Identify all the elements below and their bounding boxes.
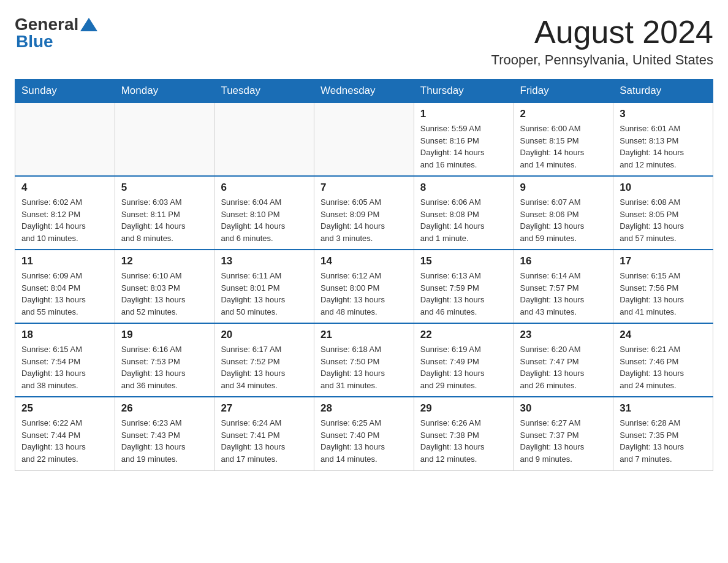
day-number: 19 xyxy=(121,329,208,341)
day-number: 11 xyxy=(21,255,108,267)
calendar-cell: 1Sunrise: 5:59 AM Sunset: 8:16 PM Daylig… xyxy=(414,102,514,176)
day-number: 8 xyxy=(420,182,507,194)
calendar-cell xyxy=(115,102,214,176)
day-header-monday: Monday xyxy=(115,80,214,103)
calendar-cell xyxy=(314,102,414,176)
day-sun-info: Sunrise: 6:03 AM Sunset: 8:11 PM Dayligh… xyxy=(121,196,208,244)
day-sun-info: Sunrise: 6:18 AM Sunset: 7:50 PM Dayligh… xyxy=(320,343,408,391)
calendar-cell: 26Sunrise: 6:23 AM Sunset: 7:43 PM Dayli… xyxy=(115,397,214,470)
calendar-cell: 14Sunrise: 6:12 AM Sunset: 8:00 PM Dayli… xyxy=(314,250,414,323)
calendar-cell: 8Sunrise: 6:06 AM Sunset: 8:08 PM Daylig… xyxy=(414,176,514,250)
day-sun-info: Sunrise: 6:16 AM Sunset: 7:53 PM Dayligh… xyxy=(121,343,208,391)
day-number: 2 xyxy=(520,108,607,120)
day-number: 22 xyxy=(420,329,507,341)
day-header-friday: Friday xyxy=(514,80,613,103)
day-number: 30 xyxy=(520,402,607,415)
day-number: 16 xyxy=(520,255,607,267)
calendar-cell: 20Sunrise: 6:17 AM Sunset: 7:52 PM Dayli… xyxy=(214,323,314,397)
day-number: 12 xyxy=(121,255,208,267)
week-row-1: 1Sunrise: 5:59 AM Sunset: 8:16 PM Daylig… xyxy=(15,102,713,176)
calendar-table: SundayMondayTuesdayWednesdayThursdayFrid… xyxy=(15,79,713,471)
day-sun-info: Sunrise: 6:21 AM Sunset: 7:46 PM Dayligh… xyxy=(620,343,707,391)
calendar-cell: 23Sunrise: 6:20 AM Sunset: 7:47 PM Dayli… xyxy=(514,323,613,397)
calendar-cell: 21Sunrise: 6:18 AM Sunset: 7:50 PM Dayli… xyxy=(314,323,414,397)
week-row-4: 18Sunrise: 6:15 AM Sunset: 7:54 PM Dayli… xyxy=(15,323,713,397)
day-number: 6 xyxy=(221,182,308,194)
day-number: 10 xyxy=(620,182,707,194)
calendar-cell: 30Sunrise: 6:27 AM Sunset: 7:37 PM Dayli… xyxy=(514,397,613,470)
calendar-cell: 11Sunrise: 6:09 AM Sunset: 8:04 PM Dayli… xyxy=(15,250,115,323)
day-sun-info: Sunrise: 6:28 AM Sunset: 7:35 PM Dayligh… xyxy=(620,417,707,465)
calendar-cell: 2Sunrise: 6:00 AM Sunset: 8:15 PM Daylig… xyxy=(514,102,613,176)
day-sun-info: Sunrise: 6:27 AM Sunset: 7:37 PM Dayligh… xyxy=(520,417,607,465)
day-sun-info: Sunrise: 6:23 AM Sunset: 7:43 PM Dayligh… xyxy=(121,417,208,465)
calendar-cell: 16Sunrise: 6:14 AM Sunset: 7:57 PM Dayli… xyxy=(514,250,613,323)
day-sun-info: Sunrise: 6:14 AM Sunset: 7:57 PM Dayligh… xyxy=(520,270,607,318)
day-sun-info: Sunrise: 6:19 AM Sunset: 7:49 PM Dayligh… xyxy=(420,343,507,391)
day-number: 18 xyxy=(21,329,108,341)
calendar-cell: 19Sunrise: 6:16 AM Sunset: 7:53 PM Dayli… xyxy=(115,323,214,397)
day-sun-info: Sunrise: 6:01 AM Sunset: 8:13 PM Dayligh… xyxy=(620,123,707,170)
calendar-cell: 12Sunrise: 6:10 AM Sunset: 8:03 PM Dayli… xyxy=(115,250,214,323)
day-sun-info: Sunrise: 6:02 AM Sunset: 8:12 PM Dayligh… xyxy=(21,196,108,244)
calendar-cell xyxy=(15,102,115,176)
calendar-cell: 4Sunrise: 6:02 AM Sunset: 8:12 PM Daylig… xyxy=(15,176,115,250)
day-number: 13 xyxy=(221,255,308,267)
day-number: 5 xyxy=(121,182,208,194)
day-number: 26 xyxy=(121,402,208,415)
calendar-cell: 13Sunrise: 6:11 AM Sunset: 8:01 PM Dayli… xyxy=(214,250,314,323)
calendar-cell: 22Sunrise: 6:19 AM Sunset: 7:49 PM Dayli… xyxy=(414,323,514,397)
day-number: 17 xyxy=(620,255,707,267)
day-number: 15 xyxy=(420,255,507,267)
calendar-cell: 28Sunrise: 6:25 AM Sunset: 7:40 PM Dayli… xyxy=(314,397,414,470)
day-sun-info: Sunrise: 6:07 AM Sunset: 8:06 PM Dayligh… xyxy=(520,196,607,244)
day-sun-info: Sunrise: 6:26 AM Sunset: 7:38 PM Dayligh… xyxy=(420,417,507,465)
day-header-thursday: Thursday xyxy=(414,80,514,103)
day-sun-info: Sunrise: 6:13 AM Sunset: 7:59 PM Dayligh… xyxy=(420,270,507,318)
day-number: 27 xyxy=(221,402,308,415)
day-number: 23 xyxy=(520,329,607,341)
day-number: 24 xyxy=(620,329,707,341)
calendar-cell: 29Sunrise: 6:26 AM Sunset: 7:38 PM Dayli… xyxy=(414,397,514,470)
calendar-cell xyxy=(214,102,314,176)
day-sun-info: Sunrise: 6:20 AM Sunset: 7:47 PM Dayligh… xyxy=(520,343,607,391)
calendar-cell: 10Sunrise: 6:08 AM Sunset: 8:05 PM Dayli… xyxy=(613,176,713,250)
day-number: 9 xyxy=(520,182,607,194)
week-row-3: 11Sunrise: 6:09 AM Sunset: 8:04 PM Dayli… xyxy=(15,250,713,323)
calendar-cell: 17Sunrise: 6:15 AM Sunset: 7:56 PM Dayli… xyxy=(613,250,713,323)
day-header-tuesday: Tuesday xyxy=(214,80,314,103)
day-sun-info: Sunrise: 6:25 AM Sunset: 7:40 PM Dayligh… xyxy=(320,417,408,465)
day-number: 7 xyxy=(320,182,408,194)
logo-blue-text: Blue xyxy=(16,32,53,52)
day-sun-info: Sunrise: 6:17 AM Sunset: 7:52 PM Dayligh… xyxy=(221,343,308,391)
calendar-cell: 3Sunrise: 6:01 AM Sunset: 8:13 PM Daylig… xyxy=(613,102,713,176)
day-sun-info: Sunrise: 6:09 AM Sunset: 8:04 PM Dayligh… xyxy=(21,270,108,318)
logo: General Blue xyxy=(15,15,97,52)
day-sun-info: Sunrise: 6:15 AM Sunset: 7:54 PM Dayligh… xyxy=(21,343,108,391)
day-sun-info: Sunrise: 6:08 AM Sunset: 8:05 PM Dayligh… xyxy=(620,196,707,244)
day-header-sunday: Sunday xyxy=(15,80,115,103)
day-sun-info: Sunrise: 6:24 AM Sunset: 7:41 PM Dayligh… xyxy=(221,417,308,465)
day-number: 21 xyxy=(320,329,408,341)
day-sun-info: Sunrise: 6:06 AM Sunset: 8:08 PM Dayligh… xyxy=(420,196,507,244)
calendar-cell: 7Sunrise: 6:05 AM Sunset: 8:09 PM Daylig… xyxy=(314,176,414,250)
calendar-cell: 5Sunrise: 6:03 AM Sunset: 8:11 PM Daylig… xyxy=(115,176,214,250)
day-number: 14 xyxy=(320,255,408,267)
calendar-cell: 18Sunrise: 6:15 AM Sunset: 7:54 PM Dayli… xyxy=(15,323,115,397)
calendar-cell: 27Sunrise: 6:24 AM Sunset: 7:41 PM Dayli… xyxy=(214,397,314,470)
day-sun-info: Sunrise: 5:59 AM Sunset: 8:16 PM Dayligh… xyxy=(420,123,507,170)
location-subtitle: Trooper, Pennsylvania, United States xyxy=(491,52,713,68)
calendar-cell: 24Sunrise: 6:21 AM Sunset: 7:46 PM Dayli… xyxy=(613,323,713,397)
day-number: 1 xyxy=(420,108,507,120)
day-number: 20 xyxy=(221,329,308,341)
day-sun-info: Sunrise: 6:05 AM Sunset: 8:09 PM Dayligh… xyxy=(320,196,408,244)
day-number: 28 xyxy=(320,402,408,415)
calendar-cell: 31Sunrise: 6:28 AM Sunset: 7:35 PM Dayli… xyxy=(613,397,713,470)
day-number: 29 xyxy=(420,402,507,415)
day-sun-info: Sunrise: 6:11 AM Sunset: 8:01 PM Dayligh… xyxy=(221,270,308,318)
day-number: 31 xyxy=(620,402,707,415)
day-number: 3 xyxy=(620,108,707,120)
day-sun-info: Sunrise: 6:15 AM Sunset: 7:56 PM Dayligh… xyxy=(620,270,707,318)
day-sun-info: Sunrise: 6:00 AM Sunset: 8:15 PM Dayligh… xyxy=(520,123,607,170)
page-header: General Blue August 2024 Trooper, Pennsy… xyxy=(15,15,713,68)
